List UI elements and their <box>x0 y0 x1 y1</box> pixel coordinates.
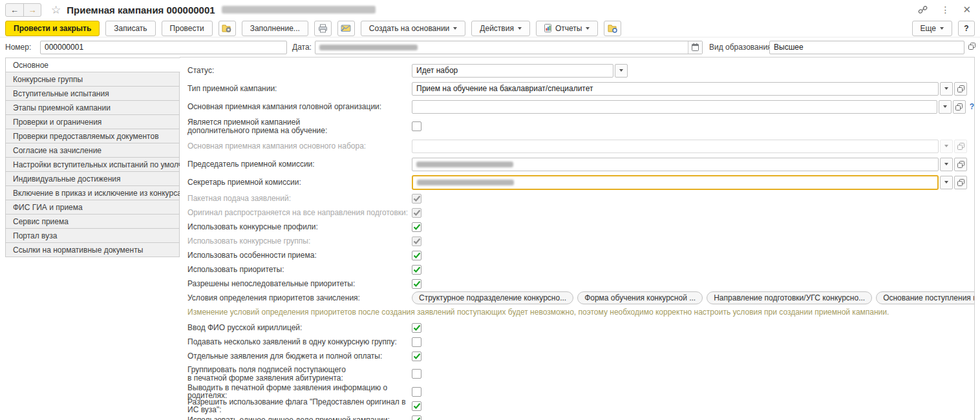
close-icon[interactable]: ✕ <box>963 4 971 16</box>
form-row-status: Статус:Идет набор <box>187 61 974 79</box>
sidebar-tab-8[interactable]: Настройки вступительных испытаний по умо… <box>5 157 180 172</box>
sidebar-tab-6[interactable]: Проверки предоставляемых документов <box>5 129 180 143</box>
sidebar-tab-5[interactable]: Проверки и ограничения <box>5 114 180 129</box>
sidebar-tab-2[interactable]: Конкурсные группы <box>5 72 180 87</box>
fill-button[interactable]: Заполнение... <box>242 21 308 36</box>
sidebar-tab-7[interactable]: Согласие на зачисление <box>5 143 180 158</box>
check-icon <box>413 266 421 273</box>
cyrillic-fio-input-checkbox[interactable] <box>412 323 421 333</box>
sidebar-tab-11[interactable]: ФИС ГИА и приема <box>5 200 180 215</box>
calendar-button[interactable] <box>688 41 702 54</box>
committee-secretary-open-link-button[interactable] <box>954 176 967 189</box>
form-row-committee-secretary: Секретарь приемной комиссии: <box>187 173 974 191</box>
cyrillic-fio-input-label: Ввод ФИО русской кириллицей: <box>187 324 412 332</box>
campaign-type-input[interactable]: Прием на обучение на бакалавриат/специал… <box>412 82 939 96</box>
form-row-use-priorities: Использовать приоритеты: <box>187 262 974 277</box>
sidebar-tab-4[interactable]: Этапы приемной кампании <box>5 100 180 115</box>
sidebar-tab-13[interactable]: Портал вуза <box>5 228 180 243</box>
group-signature-fields-checkbox[interactable] <box>412 369 421 379</box>
main-intake-campaign-input <box>412 140 939 153</box>
chevron-down-icon <box>453 27 457 30</box>
committee-secretary-dropdown-button[interactable] <box>940 176 953 189</box>
sidebar-tab-12[interactable]: Сервис приема <box>5 214 180 229</box>
favorite-star-icon[interactable]: ☆ <box>51 5 61 16</box>
menu-kebab-icon[interactable]: ⋮ <box>941 5 950 15</box>
sidebar-tab-14[interactable]: Ссылки на нормативные документы <box>5 242 180 257</box>
titlebar: ← → ☆ Приемная кампания 000000001 ⋮ ✕ <box>0 0 980 19</box>
redacted-date-value <box>319 45 418 50</box>
use-admission-features-checkbox[interactable] <box>412 251 421 260</box>
date-input[interactable] <box>315 41 703 54</box>
committee-secretary-input[interactable] <box>412 175 939 190</box>
actions-button[interactable]: Действия <box>471 21 530 36</box>
check-icon <box>413 238 421 245</box>
print-button[interactable] <box>314 21 332 36</box>
head-org-main-campaign-input[interactable] <box>412 100 937 114</box>
committee-chair-input[interactable] <box>412 158 939 171</box>
form-row-priority-conditions: Условия определения приоритетов зачислен… <box>187 291 974 305</box>
chevron-down-icon <box>586 27 590 30</box>
envelope-icon <box>341 24 351 32</box>
committee-chair-open-link-button[interactable] <box>954 158 967 171</box>
multiple-applications-one-group-checkbox[interactable] <box>412 337 421 347</box>
is-additional-admission-checkbox[interactable] <box>412 121 421 131</box>
allow-original-flag-checkbox[interactable] <box>412 401 421 411</box>
campaign-type-dropdown-button[interactable] <box>940 82 953 96</box>
head-org-main-campaign-dropdown-button[interactable] <box>939 100 952 114</box>
dropdown-caret-icon <box>944 181 948 184</box>
back-arrow-icon: ← <box>10 5 19 15</box>
post-button[interactable]: Провести <box>162 21 213 36</box>
main-intake-campaign-open-link-button <box>954 140 967 153</box>
multiple-applications-one-group-label: Подавать несколько заявлений в одну конк… <box>187 338 412 346</box>
fill-settings-button[interactable] <box>218 21 236 36</box>
use-competition-profiles-checkbox[interactable] <box>412 222 421 232</box>
more-label: Еще <box>921 24 936 33</box>
status-dropdown-button[interactable] <box>615 64 628 78</box>
committee-chair-dropdown-button[interactable] <box>940 158 953 171</box>
sidebar-tab-3[interactable]: Вступительные испытания <box>5 86 180 101</box>
mail-button[interactable] <box>337 21 355 36</box>
priority-conditions-tag-1[interactable]: Структурное подразделение конкурсно... <box>412 291 573 304</box>
use-competition-groups-checkbox <box>412 236 421 246</box>
campaign-type-open-link-button[interactable] <box>954 82 967 96</box>
head-org-main-campaign-open-link-button[interactable] <box>953 100 966 114</box>
use-priorities-checkbox[interactable] <box>412 265 421 275</box>
sidebar-tab-9[interactable]: Индивидуальные достижения <box>5 171 180 186</box>
open-link-icon <box>968 43 975 50</box>
number-input[interactable] <box>40 41 287 54</box>
original-applies-all-label: Оригинал распространяется на все направл… <box>187 209 412 217</box>
dropdown-caret-icon <box>619 69 623 72</box>
back-button[interactable]: ← <box>6 4 23 16</box>
form-rows: Статус:Идет наборТип приемной кампании:П… <box>187 61 974 420</box>
committee-secretary-control <box>412 175 974 190</box>
education-type-input[interactable]: Высшее <box>769 41 964 54</box>
priority-conditions-tag-4[interactable]: Основание поступления конкурсной... <box>876 291 975 304</box>
sidebar-tab-1[interactable]: Основное <box>5 58 180 72</box>
post-and-close-button[interactable]: Провести и закрыть <box>5 21 100 36</box>
use-single-personal-file-checkbox[interactable] <box>412 415 421 420</box>
status-input[interactable]: Идет набор <box>412 64 613 78</box>
sidebar-tab-10[interactable]: Включение в приказ и исключение из конку… <box>5 185 180 200</box>
forward-button[interactable]: → <box>23 4 41 16</box>
separate-applications-budget-paid-checkbox[interactable] <box>412 352 421 361</box>
form-row-batch-applications: Пакетная подача заявлений: <box>187 191 974 205</box>
education-open-link-button[interactable] <box>968 43 975 50</box>
registers-button[interactable] <box>604 21 621 36</box>
form-row-use-single-personal-file: Использовать единое личное дело приемной… <box>187 413 974 420</box>
create-based-on-button[interactable]: Создать на основании <box>361 21 466 36</box>
print-parents-info-checkbox[interactable] <box>412 387 421 397</box>
use-admission-features-control <box>412 251 974 260</box>
reports-button[interactable]: Отчеты <box>536 21 598 36</box>
link-button[interactable] <box>918 5 928 14</box>
more-button[interactable]: Еще <box>912 21 952 36</box>
help-button[interactable]: ? <box>958 21 975 36</box>
committee-chair-label: Председатель приемной комиссии: <box>187 160 412 169</box>
priority-conditions-tag-3[interactable]: Направление подготовки/УГС конкурсно... <box>707 291 872 304</box>
chevron-down-icon <box>518 27 522 30</box>
priority-conditions-tag-2[interactable]: Форма обучения конкурсной ... <box>577 291 703 304</box>
form-row-use-competition-groups: Использовать конкурсные группы: <box>187 234 974 248</box>
allow-nonsequential-priorities-checkbox[interactable] <box>412 279 421 289</box>
head-org-main-campaign-help-icon[interactable]: ? <box>970 102 974 111</box>
multiple-applications-one-group-control <box>412 337 974 347</box>
write-button[interactable]: Записать <box>105 21 155 36</box>
